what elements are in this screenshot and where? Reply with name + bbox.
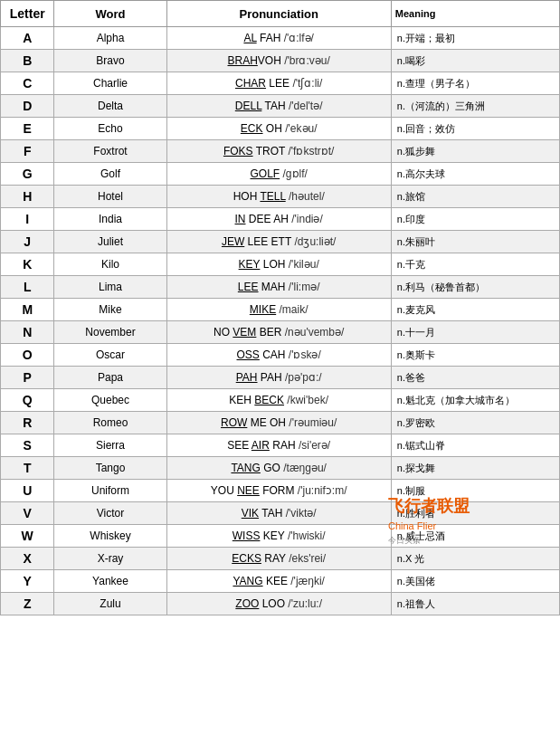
- cell-word: Lima: [54, 276, 166, 299]
- stressed-syllable: AL: [243, 32, 256, 44]
- table-row: XX-rayECKS RAY /eks'rei/n.X 光: [1, 548, 560, 570]
- pronunciation-display: HOH TELL: [233, 190, 286, 203]
- cell-letter: Q: [1, 389, 54, 412]
- table-row: TTangoTANG GO /tæŋgəu/n.探戈舞: [1, 457, 560, 480]
- cell-letter: C: [1, 72, 54, 95]
- pronunciation-ipa: /'fɒkstrɒt/: [285, 145, 334, 157]
- pronunciation-display: FOKS TROT: [223, 145, 285, 157]
- cell-letter: T: [1, 457, 54, 480]
- table-row: AAlphaAL FAH /'ɑ:lfə/n.开端；最初: [1, 27, 560, 50]
- cell-word: Delta: [54, 95, 166, 118]
- stressed-syllable: MIKE: [250, 303, 276, 316]
- cell-letter: Y: [1, 570, 54, 593]
- table-row: ZZuluZOO LOO /'zu:lu:/n.祖鲁人: [1, 593, 560, 615]
- cell-word: Juliet: [54, 231, 166, 253]
- pronunciation-ipa: /'del'tə/: [286, 100, 323, 112]
- cell-meaning: n.奥斯卡: [391, 344, 559, 367]
- cell-word: Golf: [54, 163, 166, 186]
- cell-word: Romeo: [54, 412, 166, 434]
- table-row: CCharlieCHAR LEE /'tʃɑ:li/n.查理（男子名）: [1, 72, 560, 95]
- cell-word: Bravo: [54, 50, 166, 72]
- stressed-syllable: LEE: [238, 281, 259, 293]
- cell-pronunciation: MIKE /maik/: [166, 299, 391, 321]
- pronunciation-ipa: /'hwiski/: [285, 529, 326, 542]
- cell-meaning: n.查理（男子名）: [391, 72, 559, 95]
- phonetic-alphabet-table: Letter Word Pronunciation Meaning AAlpha…: [0, 0, 560, 615]
- cell-letter: R: [1, 412, 54, 434]
- cell-word: Papa: [54, 367, 166, 389]
- pronunciation-display: YANG KEE: [233, 575, 287, 587]
- cell-pronunciation: LEE MAH /'li:mə/: [166, 276, 391, 299]
- stressed-syllable: TANG: [231, 462, 260, 474]
- stressed-syllable: NEE: [237, 484, 260, 497]
- table-row: FFoxtrotFOKS TROT /'fɒkstrɒt/n.狐步舞: [1, 140, 560, 163]
- pronunciation-display: PAH PAH: [236, 371, 282, 384]
- cell-meaning: n.高尔夫球: [391, 163, 559, 186]
- cell-letter: L: [1, 276, 54, 299]
- cell-meaning: n.美国佬: [391, 570, 559, 593]
- cell-meaning: n.回音；效仿: [391, 118, 559, 140]
- cell-meaning: n.开端；最初: [391, 27, 559, 50]
- table-row: OOscarOSS CAH /'ɒskə/n.奥斯卡: [1, 344, 560, 367]
- stressed-syllable: ROW: [221, 416, 247, 429]
- cell-word: India: [54, 208, 166, 231]
- pronunciation-display: JEW LEE ETT: [222, 235, 291, 248]
- pronunciation-ipa: /'tʃɑ:li/: [289, 77, 322, 90]
- stressed-syllable: IN: [235, 213, 246, 225]
- cell-pronunciation: WISS KEY /'hwiski/: [166, 525, 391, 548]
- main-table-container: Letter Word Pronunciation Meaning AAlpha…: [0, 0, 560, 615]
- cell-letter: S: [1, 434, 54, 457]
- cell-meaning: n.喝彩: [391, 50, 559, 72]
- cell-letter: H: [1, 186, 54, 208]
- cell-pronunciation: YOU NEE FORM /'ju:nifɔ:m/: [166, 480, 391, 502]
- table-row: JJulietJEW LEE ETT /dʒu:liət/n.朱丽叶: [1, 231, 560, 253]
- cell-letter: I: [1, 208, 54, 231]
- stressed-syllable: OSS: [237, 348, 260, 361]
- stressed-syllable: JEW: [222, 235, 244, 248]
- cell-word: November: [54, 321, 166, 344]
- cell-letter: P: [1, 367, 54, 389]
- cell-letter: M: [1, 299, 54, 321]
- pronunciation-display: MIKE: [250, 303, 276, 316]
- stressed-syllable: BRAH: [228, 54, 258, 67]
- pronunciation-display: IN DEE AH: [235, 213, 289, 225]
- pronunciation-display: ROW ME OH: [221, 416, 286, 429]
- cell-letter: E: [1, 118, 54, 140]
- pronunciation-ipa: /'jæŋki/: [288, 575, 325, 587]
- pronunciation-display: SEE AIR RAH: [227, 439, 295, 452]
- stressed-syllable: KEY: [239, 258, 261, 271]
- pronunciation-display: ECKS RAY: [232, 552, 286, 565]
- pronunciation-ipa: /'ju:nifɔ:m/: [295, 484, 347, 497]
- cell-meaning: n.锯式山脊: [391, 434, 559, 457]
- table-row: LLimaLEE MAH /'li:mə/n.利马（秘鲁首都）: [1, 276, 560, 299]
- cell-word: Charlie: [54, 72, 166, 95]
- table-header-row: Letter Word Pronunciation Meaning: [1, 1, 560, 27]
- cell-pronunciation: SEE AIR RAH /si'erə/: [166, 434, 391, 457]
- pronunciation-ipa: /tæŋgəu/: [280, 462, 327, 474]
- pronunciation-ipa: /'viktə/: [282, 507, 316, 520]
- table-row: UUniformYOU NEE FORM /'ju:nifɔ:m/n.制服: [1, 480, 560, 502]
- cell-pronunciation: DELL TAH /'del'tə/: [166, 95, 391, 118]
- cell-letter: V: [1, 502, 54, 525]
- stressed-syllable: DELL: [235, 100, 262, 112]
- pronunciation-display: LEE MAH: [238, 281, 286, 293]
- cell-pronunciation: YANG KEE /'jæŋki/: [166, 570, 391, 593]
- cell-letter: J: [1, 231, 54, 253]
- pronunciation-ipa: /nəu'vembə/: [281, 326, 344, 339]
- pronunciation-ipa: /'ɒskə/: [286, 348, 321, 361]
- cell-word: Echo: [54, 118, 166, 140]
- cell-word: Alpha: [54, 27, 166, 50]
- stressed-syllable: GOLF: [251, 167, 280, 180]
- cell-meaning: n.利马（秘鲁首都）: [391, 276, 559, 299]
- cell-meaning: n.朱丽叶: [391, 231, 559, 253]
- pronunciation-display: ZOO LOO: [235, 597, 285, 610]
- cell-word: Mike: [54, 299, 166, 321]
- cell-letter: O: [1, 344, 54, 367]
- pronunciation-ipa: /kwi'bek/: [284, 394, 328, 406]
- cell-pronunciation: BRAHVOH /'brɑ:vəu/: [166, 50, 391, 72]
- cell-meaning: n.印度: [391, 208, 559, 231]
- header-letter: Letter: [1, 1, 54, 27]
- cell-pronunciation: ROW ME OH /'rəumiəu/: [166, 412, 391, 434]
- pronunciation-display: OSS CAH: [237, 348, 286, 361]
- cell-meaning: n.探戈舞: [391, 457, 559, 480]
